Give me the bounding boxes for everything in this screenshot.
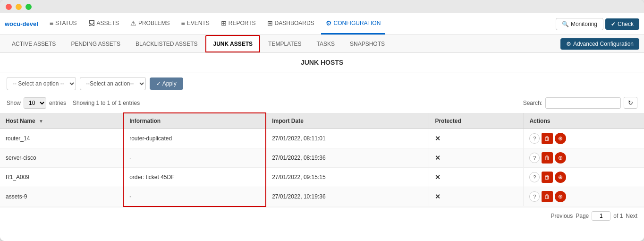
- content-area: JUNK HOSTS -- Select an option -- --Sele…: [0, 53, 644, 241]
- tab-advanced-configuration[interactable]: ⚙ Advanced Configuration: [560, 38, 639, 50]
- help-button[interactable]: ?: [529, 191, 540, 202]
- previous-label[interactable]: Previous: [551, 213, 573, 219]
- table-header-row: Host Name ▼ Information Import Date Prot…: [0, 113, 644, 129]
- tab-tasks[interactable]: TASKS: [310, 35, 342, 52]
- help-button[interactable]: ?: [529, 133, 540, 144]
- cell-information: router-duplicated: [123, 129, 266, 148]
- maximize-dot[interactable]: [25, 4, 32, 10]
- nav-item-problems[interactable]: ⚠ PROBLEMS: [126, 13, 175, 34]
- sub-nav: ACTIVE ASSETS PENDING ASSETS BLACKLISTED…: [0, 35, 644, 53]
- nav-item-configuration[interactable]: ⚙ CONFIGURATION: [321, 13, 386, 34]
- add-button[interactable]: ⊕: [555, 191, 566, 202]
- tab-tasks-label: TASKS: [317, 41, 335, 47]
- adv-config-icon: ⚙: [566, 41, 571, 47]
- refresh-button[interactable]: ↻: [624, 97, 637, 109]
- protected-mark: ✕: [435, 193, 441, 200]
- configuration-icon: ⚙: [326, 19, 332, 27]
- add-button[interactable]: ⊕: [555, 172, 566, 183]
- cell-protected: ✕: [429, 148, 524, 168]
- delete-button[interactable]: 🗑: [542, 172, 553, 183]
- cell-information: -: [123, 187, 266, 207]
- section-title: JUNK HOSTS: [0, 53, 644, 72]
- cell-actions: ? 🗑 ⊕: [524, 187, 644, 207]
- tab-snapshots[interactable]: SNAPSHOTS: [343, 35, 392, 52]
- cell-import-date: 27/01/2022, 08:11:01: [266, 129, 429, 148]
- col-import-date: Import Date: [266, 113, 429, 129]
- nav-label-reports: REPORTS: [229, 20, 256, 26]
- delete-button[interactable]: 🗑: [542, 133, 553, 144]
- tab-junk-assets[interactable]: JUNK ASSETS: [205, 35, 260, 52]
- minimize-dot[interactable]: [16, 4, 22, 10]
- brand-link[interactable]: wocu-devel: [5, 20, 38, 27]
- nav-item-assets[interactable]: ⛾ ASSETS: [84, 13, 124, 34]
- refresh-icon: ↻: [628, 99, 633, 106]
- cell-hostname: server-cisco: [0, 148, 123, 168]
- action-buttons: ? 🗑 ⊕: [529, 191, 638, 202]
- page-number-input[interactable]: [592, 211, 610, 221]
- apply-label: ✓ Apply: [156, 80, 177, 87]
- help-button[interactable]: ?: [529, 153, 540, 163]
- tab-snapshots-label: SNAPSHOTS: [350, 41, 385, 47]
- tab-active-assets[interactable]: ACTIVE ASSETS: [5, 35, 63, 52]
- monitoring-button[interactable]: 🔍 Monitoring: [556, 18, 603, 30]
- assets-icon: ⛾: [88, 19, 95, 27]
- search-bar: Search: ↻: [523, 97, 637, 109]
- select-action[interactable]: --Select an action--: [80, 77, 146, 90]
- show-label: Show: [7, 100, 21, 106]
- nav-item-dashboards[interactable]: ⊞ DASHBOARDS: [263, 13, 319, 34]
- protected-mark: ✕: [435, 173, 441, 181]
- page-label: Page: [576, 213, 589, 219]
- nav-label-problems: PROBLEMS: [138, 20, 170, 26]
- col-information-label: Information: [129, 118, 161, 124]
- cell-protected: ✕: [429, 187, 524, 207]
- cell-information: -: [123, 148, 266, 168]
- tab-templates-label: TEMPLATES: [268, 41, 301, 47]
- col-import-date-label: Import Date: [272, 118, 304, 124]
- apply-button[interactable]: ✓ Apply: [150, 77, 183, 90]
- pagination-bar: Previous Page of 1 Next: [0, 207, 644, 224]
- select-option[interactable]: -- Select an option --: [7, 77, 76, 90]
- check-icon: ✔: [611, 21, 616, 27]
- next-label[interactable]: Next: [626, 213, 637, 219]
- reports-icon: ⊞: [221, 19, 227, 27]
- entries-label: entries: [49, 100, 66, 106]
- check-button[interactable]: ✔ Check: [605, 18, 639, 30]
- col-protected: Protected: [429, 113, 524, 129]
- top-nav: wocu-devel ≡ STATUS ⛾ ASSETS ⚠ PROBLEMS …: [0, 13, 644, 35]
- tab-pending-assets[interactable]: PENDING ASSETS: [64, 35, 127, 52]
- col-hostname[interactable]: Host Name ▼: [0, 113, 123, 129]
- table-row: server-cisco - 27/01/2022, 08:19:36 ✕ ? …: [0, 148, 644, 168]
- nav-item-status[interactable]: ≡ STATUS: [45, 13, 82, 34]
- col-hostname-label: Host Name: [6, 118, 35, 124]
- cell-actions: ? 🗑 ⊕: [524, 129, 644, 148]
- table-row: router_14 router-duplicated 27/01/2022, …: [0, 129, 644, 148]
- close-dot[interactable]: [6, 4, 12, 10]
- of-label: of 1: [613, 213, 623, 219]
- col-actions-label: Actions: [529, 118, 550, 124]
- cell-hostname: assets-9: [0, 187, 123, 207]
- add-button[interactable]: ⊕: [555, 152, 566, 164]
- delete-button[interactable]: 🗑: [542, 191, 553, 202]
- search-input[interactable]: [545, 97, 621, 109]
- add-button[interactable]: ⊕: [555, 133, 566, 144]
- controls-bar: -- Select an option -- --Select an actio…: [0, 72, 644, 95]
- cell-protected: ✕: [429, 129, 524, 148]
- nav-item-events[interactable]: ≡ EVENTS: [177, 13, 214, 34]
- delete-button[interactable]: 🗑: [542, 152, 553, 164]
- help-button[interactable]: ?: [529, 172, 540, 182]
- main-window: wocu-devel ≡ STATUS ⛾ ASSETS ⚠ PROBLEMS …: [0, 0, 644, 241]
- monitoring-icon: 🔍: [562, 21, 569, 27]
- cell-import-date: 27/01/2022, 09:15:15: [266, 168, 429, 187]
- tab-blacklisted-assets[interactable]: BLACKLISTED ASSETS: [128, 35, 204, 52]
- entries-select[interactable]: 10: [24, 97, 46, 109]
- cell-import-date: 27/01/2022, 10:19:36: [266, 187, 429, 207]
- search-label: Search:: [523, 100, 542, 106]
- tab-active-assets-label: ACTIVE ASSETS: [12, 41, 56, 47]
- nav-item-reports[interactable]: ⊞ REPORTS: [216, 13, 261, 34]
- check-label: Check: [618, 21, 634, 27]
- entries-info: Showing 1 to 1 of 1 entries: [73, 100, 140, 106]
- cell-hostname: R1_A009: [0, 168, 123, 187]
- col-information: Information: [123, 113, 266, 129]
- problems-icon: ⚠: [130, 19, 136, 27]
- tab-templates[interactable]: TEMPLATES: [261, 35, 308, 52]
